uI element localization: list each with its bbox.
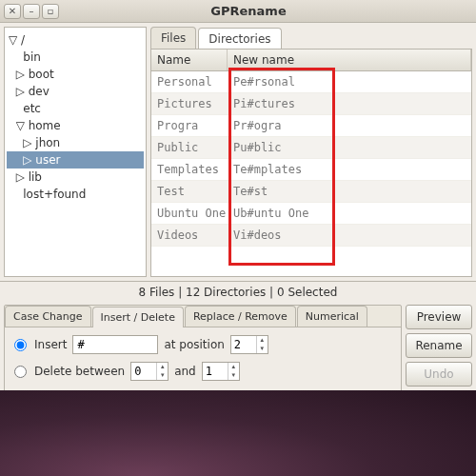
at-position-label: at position <box>164 338 224 351</box>
tab-files[interactable]: Files <box>150 27 196 49</box>
cell-newname: Pe#rsonal <box>228 71 471 92</box>
tab-insert-delete[interactable]: Insert / Delete <box>92 307 184 327</box>
insert-text-input[interactable] <box>72 335 158 354</box>
table-row[interactable]: Ubuntu OneUb#untu One <box>151 203 471 225</box>
tree-item[interactable]: ▷ dev <box>7 83 144 100</box>
tree-item[interactable]: lost+found <box>7 186 144 203</box>
cell-name: Templates <box>151 159 228 180</box>
table-row[interactable]: PrograPr#ogra <box>151 115 471 137</box>
spin-down-icon[interactable]: ▾ <box>257 345 268 353</box>
file-grid[interactable]: Name New name PersonalPe#rsonalPicturesP… <box>150 49 472 277</box>
spin-up-icon[interactable]: ▴ <box>257 336 268 345</box>
col-newname[interactable]: New name <box>228 50 471 70</box>
table-row[interactable]: VideosVi#deos <box>151 225 471 247</box>
cell-newname: Te#mplates <box>228 159 471 180</box>
col-name[interactable]: Name <box>151 50 228 70</box>
cell-name: Test <box>151 181 228 202</box>
preview-button[interactable]: Preview <box>406 305 472 329</box>
table-row[interactable]: PersonalPe#rsonal <box>151 71 471 93</box>
tab-replace-remove[interactable]: Replace / Remove <box>185 306 296 327</box>
table-row[interactable]: TemplatesTe#mplates <box>151 159 471 181</box>
cell-newname: Te#st <box>228 181 471 202</box>
spin-up-icon[interactable]: ▴ <box>157 363 168 371</box>
cell-newname: Pu#blic <box>228 137 471 158</box>
spin-down-icon[interactable]: ▾ <box>228 371 239 380</box>
tree-item[interactable]: ▷ lib <box>7 169 144 186</box>
cell-name: Personal <box>151 71 228 92</box>
cell-name: Ubuntu One <box>151 203 228 224</box>
cell-newname: Pr#ogra <box>228 115 471 136</box>
tab-numerical[interactable]: Numerical <box>297 306 367 327</box>
cell-name: Pictures <box>151 93 228 114</box>
delete-start-spinner[interactable]: ▴▾ <box>130 362 169 381</box>
window-title: GPRename <box>59 4 476 18</box>
titlebar: ✕ – ▫ GPRename <box>0 0 476 23</box>
tab-directories[interactable]: Directories <box>198 28 281 50</box>
cell-name: Public <box>151 137 228 158</box>
tree-item[interactable]: bin <box>7 49 144 66</box>
radio-delete[interactable] <box>14 366 27 378</box>
spin-down-icon[interactable]: ▾ <box>157 371 168 380</box>
window-minimize-button[interactable]: – <box>23 4 40 19</box>
tree-item[interactable]: ▷ user <box>7 151 144 169</box>
insert-label: Insert <box>34 338 67 351</box>
delete-end-value[interactable] <box>203 363 228 380</box>
spin-up-icon[interactable]: ▴ <box>228 363 239 371</box>
undo-button[interactable]: Undo <box>406 362 472 387</box>
window-close-button[interactable]: ✕ <box>4 4 21 19</box>
cell-newname: Vi#deos <box>228 225 471 246</box>
cell-newname: Ub#untu One <box>228 203 471 224</box>
radio-insert[interactable] <box>14 339 27 351</box>
tab-case-change[interactable]: Case Change <box>5 306 91 327</box>
tree-item[interactable]: ▷ jhon <box>7 134 144 151</box>
table-row[interactable]: PicturesPi#ctures <box>151 93 471 115</box>
delete-end-spinner[interactable]: ▴▾ <box>202 362 240 381</box>
status-bar: 8 Files | 12 Directories | 0 Selected <box>0 282 476 303</box>
delete-between-label: Delete between <box>34 365 125 378</box>
cell-name: Videos <box>151 225 228 246</box>
delete-start-value[interactable] <box>131 363 156 380</box>
tree-item[interactable]: etc <box>7 100 144 117</box>
and-label: and <box>174 365 196 378</box>
cell-newname: Pi#ctures <box>228 93 471 114</box>
desktop-background <box>0 390 476 476</box>
table-row[interactable]: TestTe#st <box>151 181 471 203</box>
rename-button[interactable]: Rename <box>406 333 472 358</box>
position-value[interactable] <box>231 336 256 353</box>
window-maximize-button[interactable]: ▫ <box>42 4 59 19</box>
position-spinner[interactable]: ▴▾ <box>230 335 268 354</box>
cell-name: Progra <box>151 115 228 136</box>
tree-item[interactable]: ▽ home <box>7 117 144 134</box>
folder-tree[interactable]: ▽ / bin ▷ boot ▷ dev etc ▽ home ▷ jhon ▷… <box>4 27 147 277</box>
tree-item[interactable]: ▷ boot <box>7 66 144 83</box>
tree-item[interactable]: ▽ / <box>7 31 144 49</box>
table-row[interactable]: PublicPu#blic <box>151 137 471 159</box>
